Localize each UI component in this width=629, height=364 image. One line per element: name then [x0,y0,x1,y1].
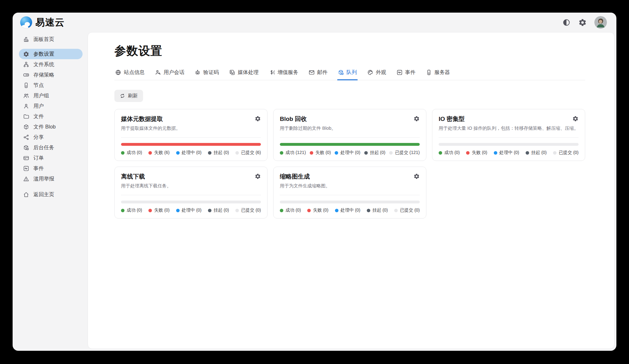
refresh-button[interactable]: 刷新 [114,90,143,102]
sd-card-icon [23,72,29,78]
theme-toggle-icon[interactable] [562,18,571,27]
credit-card-icon [23,155,29,161]
tab-mail[interactable]: 邮件 [308,68,328,80]
queue-stat-submitted: 已提交 (121) [389,150,420,156]
queue-stat-label: 失败 (6) [154,150,170,156]
sidebar-item-home[interactable]: 返回主页 [19,189,83,200]
queue-stat-success: 成功 (0) [121,208,142,213]
tab-label: 验证码 [203,69,219,76]
queue-settings-gear-icon[interactable] [413,173,420,179]
tab-label: 外观 [376,69,386,76]
avatar[interactable] [594,16,607,29]
tab-queue[interactable]: 队列 [337,68,358,80]
queue-settings-gear-icon[interactable] [572,116,579,122]
server-icon [426,69,432,76]
processing-dot-icon [335,209,338,212]
queue-stat-suspended: 挂起 (0) [367,208,388,213]
submitted-dot-icon [389,151,393,155]
queue-card-header: 离线下载 [121,173,261,181]
sidebar-item-sd-card[interactable]: 存储策略 [19,70,83,80]
tab-label: 事件 [405,69,416,76]
queue-stat-label: 挂起 (0) [372,208,388,213]
sidebar-item-label: 返回主页 [33,191,54,198]
processing-dot-icon [176,151,180,155]
queue-stat-label: 已提交 (0) [559,150,579,156]
sidebar-item-activity[interactable]: 事件 [19,163,83,173]
queue-card-header: IO 密集型 [439,115,579,123]
failed-dot-icon [148,151,152,155]
sidebar-item-chart-bar[interactable]: 面板首页 [19,34,83,44]
queue-stat-success: 成功 (0) [121,150,142,156]
sidebar-item-sitemap[interactable]: 文件系统 [19,59,83,70]
queue-stat-label: 已提交 (0) [241,208,261,213]
sidebar-item-label: 订单 [33,155,44,162]
queue-card-title: 缩略图生成 [280,173,310,181]
card-divider [439,137,579,138]
tab-media[interactable]: 媒体处理 [228,68,259,80]
queue-settings-gear-icon[interactable] [413,116,420,122]
sidebar-item-users[interactable]: 用户组 [19,90,83,101]
queue-stat-label: 已提交 (6) [241,150,261,156]
sidebar-item-share[interactable]: 分享 [19,132,83,142]
tab-captcha[interactable]: 验证码 [194,68,220,80]
queue-stat-label: 成功 (0) [127,150,142,156]
success-dot-icon [439,151,442,155]
tab-dollar[interactable]: 增值服务 [268,68,299,80]
sidebar-item-credit-card[interactable]: 订单 [19,153,83,163]
window-body: 面板首页参数设置文件系统存储策略节点用户组用户文件文件 Blob分享后台任务订单… [13,32,616,351]
window-header: 易速云 [13,13,616,32]
cube-icon [23,124,29,130]
activity-icon [23,165,29,172]
tab-activity[interactable]: 事件 [396,68,416,80]
sidebar-item-label: 事件 [33,165,44,172]
sidebar-item-server[interactable]: 节点 [19,80,83,90]
queue-card-description: 用于删除过期的文件 Blob。 [280,125,420,131]
queue-settings-gear-icon[interactable] [255,116,261,122]
brand[interactable]: 易速云 [20,16,65,29]
queue-stat-label: 成功 (0) [127,208,142,213]
sidebar-item-cube[interactable]: 文件 Blob [19,122,83,132]
suspended-dot-icon [526,151,529,155]
queue-progress-bar [439,143,579,146]
gear-icon[interactable] [578,18,587,27]
media-icon [229,69,235,76]
success-dot-icon [121,151,124,155]
tab-globe[interactable]: 站点信息 [114,68,145,80]
tab-label: 用户会话 [164,69,184,76]
queue-stat-suspended: 挂起 (0) [208,208,229,213]
sidebar-item-user[interactable]: 用户 [19,101,83,111]
failed-dot-icon [310,151,313,155]
card-divider [280,137,420,138]
queue-stat-label: 挂起 (0) [214,150,229,156]
submitted-dot-icon [235,151,239,155]
processing-dot-icon [176,209,180,212]
queue-stat-processing: 处理中 (0) [335,208,361,213]
queue-stat-submitted: 已提交 (6) [235,150,261,156]
sidebar-item-gear[interactable]: 参数设置 [19,49,83,59]
sidebar-item-label: 存储策略 [33,71,54,78]
queue-stat-suspended: 挂起 (0) [208,150,229,156]
queue-progress-bar [121,143,261,146]
folder-icon [23,113,29,120]
queue-stat-processing: 处理中 (0) [494,150,519,156]
sidebar-item-box-gear[interactable]: 后台任务 [19,142,83,153]
queue-settings-gear-icon[interactable] [255,173,261,179]
queue-stat-label: 处理中 (0) [182,150,202,156]
user-icon [23,103,29,109]
tab-label: 服务器 [435,69,450,76]
sidebar-item-warning[interactable]: 滥用举报 [19,173,83,184]
submitted-dot-icon [235,209,239,212]
queue-stat-submitted: 已提交 (0) [394,208,420,213]
queue-stat-failed: 失败 (0) [466,150,487,156]
failed-dot-icon [466,151,470,155]
sidebar-item-folder[interactable]: 文件 [19,111,83,122]
tab-server[interactable]: 服务器 [425,68,451,80]
processing-dot-icon [494,151,497,155]
queue-progress-fill-failed [121,143,261,146]
sidebar-item-label: 用户组 [33,92,49,99]
user-key-icon [155,69,161,76]
tab-palette[interactable]: 外观 [366,68,387,80]
tab-user-key[interactable]: 用户会话 [154,68,185,80]
tab-label: 媒体处理 [238,69,259,76]
success-dot-icon [280,209,283,212]
